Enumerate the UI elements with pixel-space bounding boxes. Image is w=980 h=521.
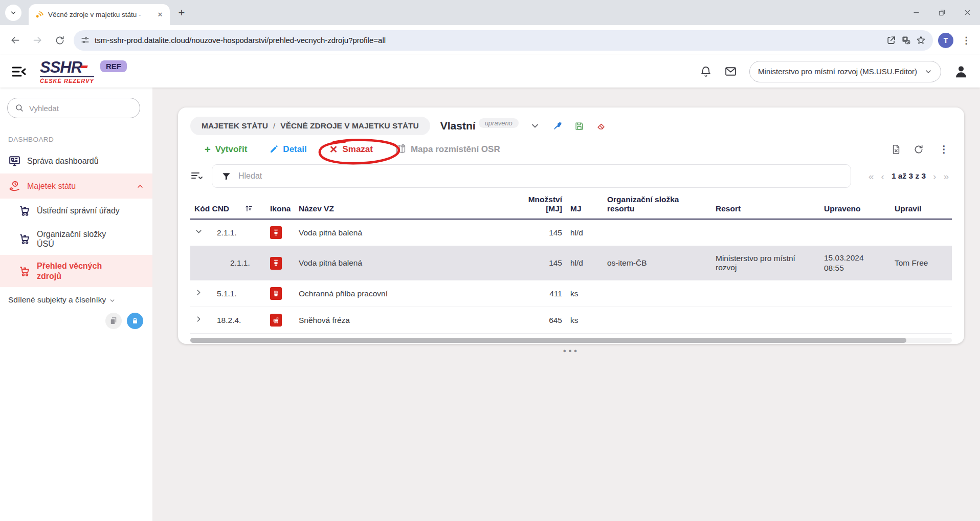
export-file-icon[interactable] [891,144,901,155]
cell-quantity: 145 [509,219,566,246]
row-expander-down-icon[interactable] [194,227,203,236]
reload-icon[interactable] [51,32,69,49]
table-row[interactable]: 2.1.1.Voda pitná balená145hl/d [190,219,952,246]
tab-close-icon[interactable]: ✕ [155,10,165,19]
column-header-mnozstvi-mj[interactable]: Množství [MJ] [509,194,566,219]
cell-resort [711,280,820,307]
column-header-organizacni-slozka-resortu[interactable]: Organizační složka resortu [603,194,711,219]
sidebar-item-prehled-vecnych-zdroju[interactable]: Přehled věcných zdrojů [0,255,152,287]
breadcrumb[interactable]: MAJETEK STÁTU / VĚCNÉ ZDROJE V MAJETKU S… [190,117,430,135]
omnibox[interactable] [74,30,933,51]
translate-icon[interactable] [901,35,911,45]
column-header-resort[interactable]: Resort [711,194,820,219]
sidebar-item-organizacni-slozky-usu[interactable]: Organizační složky ÚSÚ [0,223,152,255]
cell-expander [190,246,213,280]
map-osr-button[interactable]: Mapa rozmístění OSR [395,144,500,155]
next-page-icon[interactable]: › [933,171,936,181]
profile-chevron-down-icon[interactable] [530,121,540,131]
save-icon[interactable] [574,121,584,131]
cell-unit: hl/d [566,219,603,246]
cell-org-unit [603,280,711,307]
last-page-icon[interactable]: » [943,171,949,181]
sidebar-item-ustredni-spravni-urady[interactable]: Ústřední správní úřady [0,199,152,223]
messages-envelope-icon[interactable] [724,65,737,78]
column-header-upravil[interactable]: Upravil [890,194,952,219]
column-header-upraveno[interactable]: Upraveno [820,194,890,219]
sidebar-search[interactable] [7,98,140,118]
row-expander-right-icon[interactable] [194,288,203,297]
cell-org-unit [603,307,711,334]
table-row[interactable]: 18.2.4.Sněhová fréza645ks [190,307,952,334]
browser-tab-bar: Věcné zdroje v majetku státu - ✕ + [0,0,980,25]
sidebar-item-sdilene-subjekty[interactable]: Sdílené subjekty a číselníky [0,287,152,308]
sidebar-item-label: Správa dashboardů [27,157,99,166]
column-header-ikona[interactable]: Ikona [266,194,295,219]
sidebar-item-label: Sdílené subjekty a číselníky [8,295,106,305]
column-header-mj[interactable]: MJ [566,194,603,219]
window-minimize-button[interactable] [903,0,929,25]
card-expand-dots[interactable]: ●●● [190,348,952,354]
sidebar-search-input[interactable] [29,104,132,113]
copy-pages-icon[interactable] [105,313,122,329]
sidebar-item-sprava-dashboardu[interactable]: Správa dashboardů [0,148,152,173]
cell-resort [711,307,820,334]
browser-menu-icon[interactable]: ⋮ [959,35,974,46]
table-search[interactable] [212,164,851,188]
tab-search-chevron-icon[interactable] [5,5,21,21]
profile-name[interactable]: Vlastní [440,120,476,132]
back-icon[interactable] [6,32,24,49]
forward-icon[interactable] [29,32,46,49]
window-close-button[interactable] [954,0,980,25]
eraser-icon[interactable] [596,121,606,131]
cell-quantity: 645 [509,307,566,334]
open-in-new-icon[interactable] [886,35,896,45]
breadcrumb-root[interactable]: MAJETEK STÁTU [202,121,268,131]
table-search-input[interactable] [238,171,841,181]
bookmark-star-icon[interactable] [916,35,926,45]
logo-text: SSHR [40,59,94,77]
user-avatar-icon[interactable] [953,64,969,79]
refresh-icon[interactable] [914,144,924,155]
chevron-up-icon[interactable] [136,182,144,190]
app-header: SSHR ČESKÉ REZERVY REF Ministerstvo pro … [0,55,980,88]
sort-icon[interactable] [244,204,253,213]
sidebar-collapse-icon[interactable] [11,65,27,78]
column-header-nazev-vz[interactable]: Název VZ [295,194,509,219]
url-input[interactable] [95,36,881,45]
snowblower-icon [270,314,282,327]
table-row[interactable]: 5.1.1.Ochranná přilba pracovní411ks [190,280,952,307]
lock-icon[interactable] [127,313,143,329]
organization-dropdown[interactable]: Ministerstvo pro místní rozvoj (MS.USU.E… [749,61,941,82]
browser-profile-avatar[interactable]: T [938,33,953,48]
search-icon [15,103,24,113]
more-options-icon[interactable]: ⋮ [936,143,952,155]
cell-updated-by [890,219,952,246]
app-logo[interactable]: SSHR ČESKÉ REZERVY REF [40,59,127,84]
cell-unit: ks [566,280,603,307]
cell-name: Sněhová fréza [295,307,509,334]
resources-table: Kód CNDIkonaNázev VZMnožství [MJ]MJOrgan… [190,194,952,334]
create-button[interactable]: + Vytvořit [205,144,247,155]
browser-tab[interactable]: Věcné zdroje v majetku státu - ✕ [29,4,170,25]
sidebar-item-majetek-statu[interactable]: Majetek státu [0,173,152,199]
column-header-kod-cnd[interactable]: Kód CND [190,194,266,219]
first-page-icon[interactable]: « [868,171,874,181]
notifications-bell-icon[interactable] [700,66,712,78]
window-restore-button[interactable] [929,0,954,25]
assets-hand-icon [8,180,21,192]
favicon-broadcast-icon [35,10,44,19]
cart-icon [18,205,31,217]
detail-button[interactable]: Detail [270,144,306,155]
logo-red-dash [80,66,88,68]
new-tab-button[interactable]: + [174,5,189,20]
previous-page-icon[interactable]: ‹ [881,171,884,181]
scrollbar-thumb[interactable] [190,338,906,343]
table-row[interactable]: 2.1.1.Voda pitná balená145hl/dos-item-ČB… [190,246,952,280]
row-expander-right-icon[interactable] [194,315,203,323]
column-settings-icon[interactable] [190,170,204,182]
cell-updated [820,280,890,307]
site-settings-icon[interactable] [81,36,90,45]
pin-icon[interactable] [552,121,562,131]
delete-button[interactable]: ✕ Smazat [329,144,373,155]
content-card: MAJETEK STÁTU / VĚCNÉ ZDROJE V MAJETKU S… [178,107,964,344]
